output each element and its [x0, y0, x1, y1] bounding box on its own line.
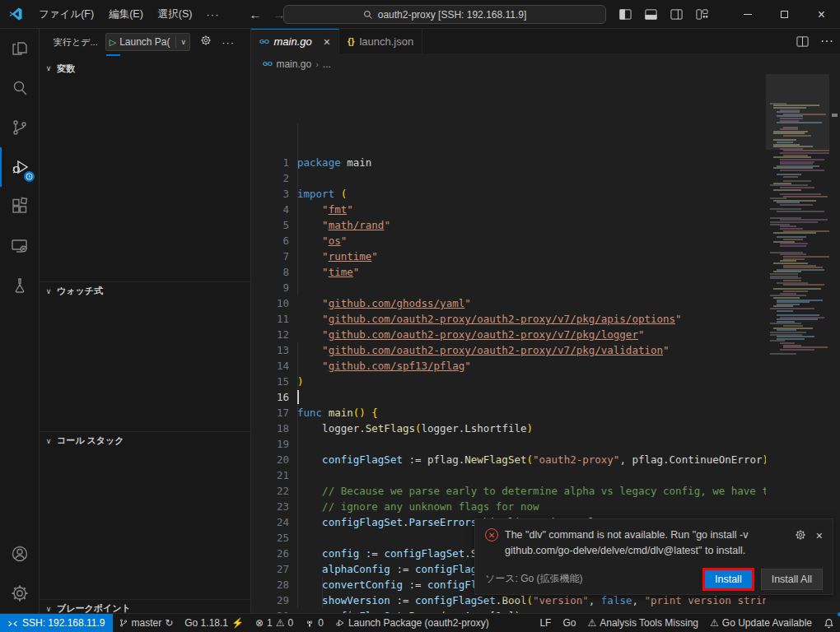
editor-more-actions[interactable]: ···: [820, 34, 833, 49]
remote-indicator[interactable]: SSH: 192.168.11.9: [0, 614, 113, 632]
chevron-down-icon[interactable]: ∨: [181, 38, 187, 46]
notifications-bell[interactable]: [818, 614, 840, 632]
go-version-item[interactable]: Go 1.18.1 ⚡: [179, 614, 250, 632]
line-number: 8: [251, 264, 289, 280]
minimap-line: [783, 196, 828, 198]
code-line[interactable]: 10 "github.com/ghodss/yaml": [251, 295, 766, 311]
code-line[interactable]: 21: [251, 467, 766, 483]
tab-main-go[interactable]: GO main.go ×: [251, 29, 339, 53]
section-watch[interactable]: ∨ ウォッチ式: [40, 281, 251, 300]
code-line[interactable]: 11 "github.com/oauth2-proxy/oauth2-proxy…: [251, 311, 766, 327]
code-line[interactable]: 19: [251, 436, 766, 452]
code-line[interactable]: 14 "github.com/spf13/pflag": [251, 358, 766, 374]
search-icon: [363, 10, 373, 20]
menu-edit[interactable]: 編集(E): [101, 0, 151, 29]
maximize-button[interactable]: [766, 0, 803, 29]
close-tab-icon[interactable]: ×: [324, 35, 330, 49]
code-line[interactable]: 16: [251, 389, 766, 405]
git-branch-item[interactable]: master ↻: [113, 614, 180, 632]
eol-item[interactable]: LF: [534, 614, 557, 632]
debug-alt-icon: [335, 618, 345, 628]
code-line[interactable]: 13 "github.com/oauth2-proxy/oauth2-proxy…: [251, 342, 766, 358]
explorer-icon[interactable]: [0, 29, 40, 68]
code-line[interactable]: 17func main() {: [251, 405, 766, 421]
minimap-line: [777, 310, 793, 312]
go-update-item[interactable]: ⚠ Go Update Available: [704, 614, 818, 632]
tab-launch-json[interactable]: {} launch.json: [339, 29, 422, 53]
account-icon[interactable]: [0, 534, 40, 574]
code-line[interactable]: 12 "github.com/oauth2-proxy/oauth2-proxy…: [251, 327, 766, 342]
minimap-line: [780, 245, 806, 247]
line-number: 17: [251, 405, 289, 421]
code-line[interactable]: 4 "fmt": [251, 202, 766, 217]
breadcrumb[interactable]: GO main.go › ...: [251, 53, 840, 74]
extensions-icon[interactable]: [0, 187, 40, 226]
toggle-panel-icon[interactable]: [645, 8, 657, 21]
menu-file[interactable]: ファイル(F): [31, 0, 101, 29]
section-call-stack[interactable]: ∨ コール スタック: [40, 431, 251, 449]
ports-item[interactable]: 0: [299, 614, 329, 632]
source-control-icon[interactable]: [0, 108, 40, 147]
minimize-button[interactable]: [729, 0, 766, 29]
debug-sidebar: 実行とデ... ▷ Launch Pa( ∨ ··· ∨ 変数 ∨ ウォッチ式 …: [40, 29, 251, 613]
views-more-actions[interactable]: ···: [222, 36, 235, 49]
problems-item[interactable]: ⊗ 1 ⚠ 0: [250, 614, 299, 632]
line-number: 20: [251, 452, 289, 467]
debug-config-item[interactable]: Launch Package (oauth2-proxy): [329, 614, 495, 632]
launch-config-dropdown[interactable]: ▷ Launch Pa( ∨: [105, 33, 190, 51]
test-explorer-icon[interactable]: [0, 266, 40, 305]
minimap-line: [783, 176, 798, 178]
code-line[interactable]: 15): [251, 374, 766, 389]
menu-selection[interactable]: 選択(S): [151, 0, 200, 29]
breadcrumb-symbol[interactable]: ...: [323, 58, 331, 70]
sync-icon[interactable]: ↻: [165, 617, 173, 629]
breadcrumb-file[interactable]: main.go: [276, 58, 311, 70]
debug-pending-badge: [24, 171, 35, 182]
run-debug-icon[interactable]: [0, 147, 40, 187]
install-all-button[interactable]: Install All: [761, 569, 823, 590]
launch-config-label: Launch Pa(: [119, 36, 170, 48]
code-line[interactable]: 9: [251, 280, 766, 295]
back-button[interactable]: ←: [249, 7, 261, 21]
code-line[interactable]: 22 // Because we parse early to determin…: [251, 483, 766, 499]
minimap-line: [780, 204, 813, 206]
code-line[interactable]: 20 configFlagSet := pflag.NewFlagSet("oa…: [251, 452, 766, 467]
code-line[interactable]: 3import (: [251, 186, 766, 202]
start-debug-icon[interactable]: ▷: [110, 37, 116, 48]
code-line[interactable]: 23 // ignore any unknown flags for now: [251, 499, 766, 514]
line-number: 11: [251, 311, 289, 327]
analysis-tools-item[interactable]: ⚠ Analysis Tools Missing: [581, 614, 704, 632]
toggle-secondary-sidebar-icon[interactable]: [670, 8, 683, 21]
line-number: 25: [251, 530, 289, 546]
debug-config-label: Launch Package (oauth2-proxy): [348, 617, 489, 629]
minimap-line: [777, 211, 824, 212]
command-center-search[interactable]: oauth2-proxy [SSH: 192.168.11.9]: [283, 5, 606, 24]
install-button[interactable]: Install: [702, 568, 754, 591]
close-button[interactable]: ×: [803, 0, 840, 29]
code-line[interactable]: 2: [251, 170, 766, 186]
chevron-down-icon: ∨: [44, 287, 53, 295]
customize-layout-icon[interactable]: [696, 8, 708, 21]
code-line[interactable]: 8 "time": [251, 264, 766, 280]
settings-gear-icon[interactable]: [0, 574, 40, 613]
code-line[interactable]: 7 "runtime": [251, 249, 766, 264]
line-number: 29: [251, 592, 289, 608]
toggle-sidebar-icon[interactable]: [619, 8, 632, 21]
code-line[interactable]: 18 logger.SetFlags(logger.Lshortfile): [251, 421, 766, 436]
split-editor-icon[interactable]: [796, 35, 809, 48]
text-cursor: [297, 390, 299, 404]
remote-explorer-icon[interactable]: [0, 226, 40, 266]
code-line[interactable]: 1package main: [251, 155, 766, 170]
section-variables[interactable]: ∨ 変数: [40, 59, 251, 77]
notification-settings-gear-icon[interactable]: [795, 529, 806, 541]
language-mode-item[interactable]: Go: [557, 614, 581, 632]
code-line[interactable]: 6 "os": [251, 233, 766, 249]
minimap-line: [770, 353, 796, 355]
code-line[interactable]: 5 "math/rand": [251, 217, 766, 233]
analysis-label: Analysis Tools Missing: [600, 617, 698, 629]
notification-close-icon[interactable]: ×: [816, 529, 823, 542]
debug-settings-gear-icon[interactable]: [200, 35, 212, 49]
search-sidebar-icon[interactable]: [0, 68, 40, 108]
menu-overflow[interactable]: ···: [199, 0, 226, 29]
line-number: 10: [251, 295, 289, 311]
